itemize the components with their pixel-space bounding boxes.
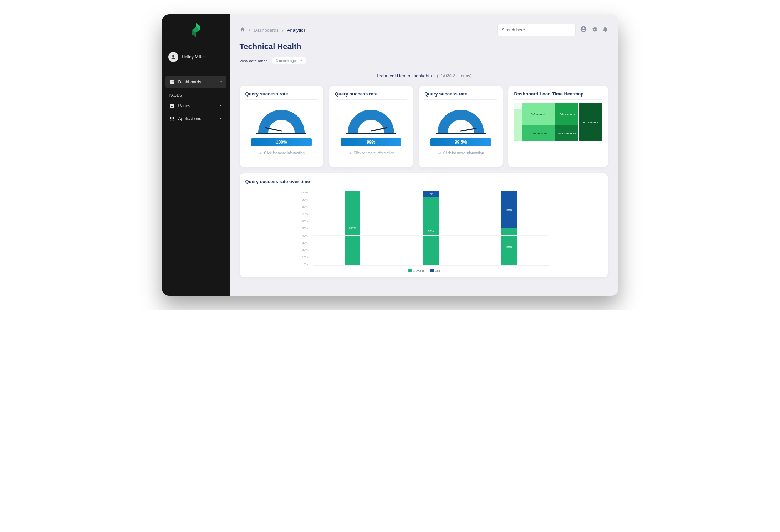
card-load-time-heatmap: Dashboard Load Time Heatmap 0-2 seconds … xyxy=(508,86,608,167)
card-info-link[interactable]: Click for more information xyxy=(424,151,497,155)
app-window: Hailey Miller Dashboards PAGES Pages xyxy=(162,14,618,296)
divider xyxy=(335,99,407,100)
svg-rect-10 xyxy=(171,117,172,118)
divider xyxy=(424,99,497,100)
svg-rect-4 xyxy=(172,80,174,81)
svg-rect-11 xyxy=(173,117,173,118)
trend-icon xyxy=(348,151,352,155)
sidebar-item-label: Pages xyxy=(178,103,190,108)
svg-rect-16 xyxy=(171,120,172,120)
gauge-chart xyxy=(344,106,398,135)
user-name: Hailey Miller xyxy=(182,55,205,60)
info-text: Click for more information xyxy=(443,151,484,155)
trend-icon xyxy=(438,151,441,155)
sidebar-item-pages[interactable]: Pages xyxy=(165,99,226,112)
apps-icon xyxy=(169,116,175,122)
svg-rect-7 xyxy=(170,104,174,108)
heatmap-cell: 4-6 seconds xyxy=(579,103,602,141)
svg-rect-9 xyxy=(170,117,170,118)
date-range-row: View date range 3 month ago xyxy=(240,57,608,64)
chevron-down-icon xyxy=(219,103,223,108)
range-label: View date range xyxy=(240,59,268,63)
gauge-value: 99% xyxy=(341,138,401,146)
search-field[interactable] xyxy=(502,27,571,32)
svg-rect-14 xyxy=(173,118,173,119)
legend-fail: Fail xyxy=(435,269,440,273)
chart-legend: Success Fail xyxy=(295,269,552,273)
stacked-bar-chart: 100%90%80%70%60%50%40%30%20%10%0% 100%8%… xyxy=(295,191,552,266)
card-query-success-1: Query success rate 100% C xyxy=(240,86,323,167)
card-query-success-over-time: Query success rate over time 100%90%80%7… xyxy=(240,173,608,277)
heatmap-cell: 0-2 seconds xyxy=(522,103,555,125)
divider xyxy=(245,187,603,187)
topbar: / Dashboards / Analytics xyxy=(240,24,608,36)
image-icon xyxy=(169,103,175,109)
sidebar-heading-pages: PAGES xyxy=(165,88,226,99)
cards-grid: Query success rate 100% C xyxy=(240,86,608,277)
app-logo xyxy=(190,23,202,38)
svg-rect-6 xyxy=(170,82,172,84)
section-header: Technical Health Highlights (21/02/22 - … xyxy=(240,73,608,78)
sidebar-item-dashboards[interactable]: Dashboards xyxy=(165,76,226,88)
breadcrumb-current: Analytics xyxy=(287,27,306,33)
heatmap-cell: 10-15 seconds xyxy=(555,125,578,141)
y-axis: 100%90%80%70%60%50%40%30%20%10%0% xyxy=(299,191,309,266)
card-info-link[interactable]: Click for more information xyxy=(245,151,318,155)
search-input[interactable] xyxy=(497,24,576,36)
card-query-success-3: Query success rate 99.5% xyxy=(419,86,503,167)
bell-icon[interactable] xyxy=(602,26,608,34)
dashboard-icon xyxy=(169,79,175,85)
gauge-value: 100% xyxy=(251,138,312,146)
card-title: Query success rate xyxy=(245,91,318,97)
section-title: Technical Health Highlights xyxy=(376,73,432,78)
range-value: 3 month ago xyxy=(276,59,296,63)
settings-icon[interactable] xyxy=(591,26,598,34)
heatmap-cell xyxy=(514,103,522,108)
legend-success: Success xyxy=(412,269,424,273)
divider xyxy=(514,99,602,100)
breadcrumb: / Dashboards / Analytics xyxy=(240,27,306,33)
user-profile[interactable]: Hailey Miller xyxy=(162,48,230,66)
sidebar-nav: Dashboards PAGES Pages xyxy=(162,76,230,125)
heatmap-cell: 2-4 seconds xyxy=(555,103,578,125)
breadcrumb-sep: / xyxy=(249,27,250,33)
heatmap-cell: 7-10 seconds xyxy=(522,125,555,141)
section-date: (21/02/22 - Today) xyxy=(437,73,471,78)
sidebar: Hailey Miller Dashboards PAGES Pages xyxy=(162,14,230,296)
range-select[interactable]: 3 month ago xyxy=(272,57,307,64)
svg-rect-3 xyxy=(170,80,172,82)
sidebar-item-applications[interactable]: Applications xyxy=(165,112,226,125)
main-content: / Dashboards / Analytics Technical Healt… xyxy=(230,14,618,296)
chevron-down-icon xyxy=(219,116,223,121)
info-text: Click for more information xyxy=(264,151,305,155)
sidebar-item-label: Dashboards xyxy=(178,79,202,84)
heatmap-cell xyxy=(514,109,522,141)
account-icon[interactable] xyxy=(580,26,587,34)
card-info-link[interactable]: Click for more information xyxy=(335,151,407,155)
gauge-value: 99.5% xyxy=(430,138,491,146)
card-title: Dashboard Load Time Heatmap xyxy=(514,91,602,97)
card-title: Query success rate over time xyxy=(245,179,603,184)
card-title: Query success rate xyxy=(424,91,497,97)
chevron-down-icon xyxy=(219,79,223,84)
svg-rect-17 xyxy=(173,120,173,120)
breadcrumb-sep: / xyxy=(282,27,284,33)
avatar-icon xyxy=(168,52,178,62)
gauge-chart xyxy=(434,106,488,135)
sidebar-item-label: Applications xyxy=(178,116,202,121)
svg-rect-5 xyxy=(172,81,174,84)
svg-rect-13 xyxy=(171,118,172,119)
heatmap-chart: 0-2 seconds 2-4 seconds 4-6 seconds 7-10… xyxy=(514,103,602,141)
divider xyxy=(245,99,318,100)
chevron-down-icon xyxy=(299,59,302,62)
card-title: Query success rate xyxy=(335,91,407,97)
page-title: Technical Health xyxy=(240,42,608,51)
card-query-success-2: Query success rate 99% Cl xyxy=(329,86,413,167)
svg-rect-15 xyxy=(170,120,170,120)
plot-area: 100%8%92%50%50% xyxy=(313,191,549,266)
info-text: Click for more information xyxy=(354,151,394,155)
home-icon[interactable] xyxy=(240,27,245,33)
trend-icon xyxy=(258,151,262,155)
breadcrumb-dashboards[interactable]: Dashboards xyxy=(254,27,279,33)
gauge-chart xyxy=(255,106,308,135)
